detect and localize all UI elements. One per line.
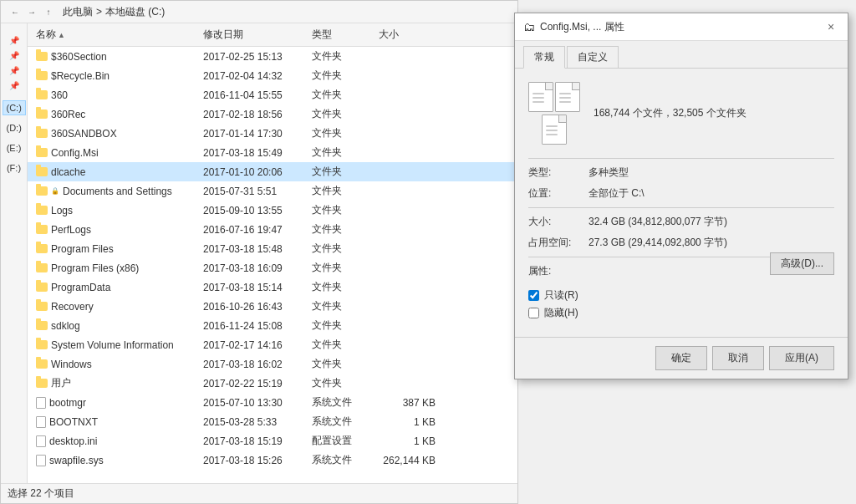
drive-d[interactable]: (D:) bbox=[3, 120, 26, 135]
status-bar: 选择 22 个项目 bbox=[1, 483, 517, 503]
file-name-cell: 🔒Documents and Settings bbox=[31, 184, 198, 199]
sort-arrow: ▲ bbox=[58, 31, 65, 39]
folder-icon bbox=[36, 244, 48, 253]
apply-button[interactable]: 应用(A) bbox=[769, 346, 834, 370]
file-type-cell: 文件夹 bbox=[307, 125, 374, 142]
table-row[interactable]: Config.Msi2017-03-18 15:49文件夹 bbox=[28, 143, 517, 162]
forward-button[interactable]: → bbox=[24, 4, 39, 19]
table-row[interactable]: swapfile.sys2017-03-18 15:26系统文件262,144 … bbox=[28, 451, 517, 470]
main-content: 📌 📌 📌 📌 (C:) (D:) (E:) (F:) 名称 ▲ 修改日期 bbox=[1, 23, 517, 483]
pin-btn-4[interactable]: 📌 bbox=[8, 79, 21, 92]
file-size-cell bbox=[374, 247, 441, 251]
file-name-text: Config.Msi bbox=[51, 147, 99, 159]
prop-size-label: 大小: bbox=[528, 215, 588, 229]
attr-hidden-row: 隐藏(H) bbox=[528, 306, 834, 320]
hidden-checkbox[interactable] bbox=[528, 308, 539, 318]
table-row[interactable]: dlcache2017-01-10 20:06文件夹 bbox=[28, 162, 517, 181]
ok-button[interactable]: 确定 bbox=[655, 346, 707, 370]
table-row[interactable]: desktop.ini2017-03-18 15:19配置设置1 KB bbox=[28, 431, 517, 451]
table-row[interactable]: Program Files2017-03-18 15:48文件夹 bbox=[28, 239, 517, 258]
folder-icon bbox=[36, 167, 48, 176]
file-size-cell bbox=[374, 209, 441, 212]
col-header-type[interactable]: 类型 bbox=[307, 25, 374, 44]
cancel-button[interactable]: 取消 bbox=[712, 346, 764, 370]
breadcrumb: 此电脑 > 本地磁盘 (C:) bbox=[63, 5, 165, 19]
table-row[interactable]: 🔒Documents and Settings2015-07-31 5:51文件… bbox=[28, 181, 517, 201]
table-row[interactable]: ProgramData2017-03-18 15:14文件夹 bbox=[28, 277, 517, 297]
file-date-cell: 2016-11-04 15:55 bbox=[198, 88, 307, 103]
folder-icon bbox=[36, 71, 48, 80]
hidden-label[interactable]: 隐藏(H) bbox=[544, 306, 578, 320]
pin-btn-2[interactable]: 📌 bbox=[8, 48, 21, 62]
table-row[interactable]: 用户2017-02-22 15:19文件夹 bbox=[28, 374, 517, 393]
file-name-cell: Windows bbox=[31, 357, 198, 372]
separator-1 bbox=[528, 158, 834, 159]
file-size-cell bbox=[374, 305, 441, 308]
table-row[interactable]: $360Section2017-02-25 15:13文件夹 bbox=[28, 47, 517, 66]
file-type-cell: 文件夹 bbox=[307, 278, 374, 296]
file-name-cell: Recovery bbox=[31, 299, 198, 314]
table-row[interactable]: BOOTNXT2015-03-28 5:33系统文件1 KB bbox=[28, 412, 517, 431]
table-row[interactable]: 360Rec2017-02-18 18:56文件夹 bbox=[28, 104, 517, 124]
file-name-cell: PerfLogs bbox=[31, 222, 198, 237]
table-row[interactable]: Recovery2016-10-26 16:43文件夹 bbox=[28, 297, 517, 316]
pin-btn-1[interactable]: 📌 bbox=[8, 33, 21, 47]
prop-type: 类型: 多种类型 bbox=[528, 165, 834, 180]
back-button[interactable]: ← bbox=[8, 4, 23, 19]
file-size-cell bbox=[374, 344, 441, 347]
file-date-cell: 2017-03-18 15:26 bbox=[198, 453, 307, 468]
drive-e[interactable]: (E:) bbox=[3, 140, 26, 155]
col-header-name[interactable]: 名称 ▲ bbox=[31, 25, 198, 44]
table-row[interactable]: 3602016-11-04 15:55文件夹 bbox=[28, 85, 517, 104]
table-row[interactable]: Program Files (x86)2017-03-18 16:09文件夹 bbox=[28, 258, 517, 277]
drive-c[interactable]: (C:) bbox=[3, 100, 26, 115]
file-type-cell: 文件夹 bbox=[307, 86, 374, 104]
table-row[interactable]: Windows2017-03-18 16:02文件夹 bbox=[28, 354, 517, 374]
dialog-tabs: 常规 自定义 bbox=[515, 41, 848, 69]
breadcrumb-drive[interactable]: 本地磁盘 (C:) bbox=[105, 5, 165, 19]
file-list-area: 名称 ▲ 修改日期 类型 大小 $360Section2017-02-25 15… bbox=[28, 23, 517, 483]
left-panel: 📌 📌 📌 📌 (C:) (D:) (E:) (F:) bbox=[1, 23, 28, 483]
file-name-text: Documents and Settings bbox=[63, 186, 172, 197]
table-row[interactable]: Logs2015-09-10 13:55文件夹 bbox=[28, 201, 517, 220]
prop-disksize-label: 占用空间: bbox=[528, 236, 588, 250]
file-type-cell: 文件夹 bbox=[307, 182, 374, 200]
prop-location: 位置: 全部位于 C:\ bbox=[528, 186, 834, 201]
doc-icon-2 bbox=[555, 82, 580, 112]
folder-icon bbox=[36, 129, 48, 138]
pin-btn-3[interactable]: 📌 bbox=[8, 64, 21, 77]
file-size-cell bbox=[374, 267, 441, 270]
table-row[interactable]: PerfLogs2016-07-16 19:47文件夹 bbox=[28, 220, 517, 239]
dialog-close-button[interactable]: × bbox=[823, 18, 839, 35]
prop-location-label: 位置: bbox=[528, 186, 588, 201]
table-row[interactable]: $Recycle.Bin2017-02-04 14:32文件夹 bbox=[28, 66, 517, 85]
file-name-text: Windows bbox=[51, 359, 92, 370]
up-button[interactable]: ↑ bbox=[41, 4, 56, 19]
col-header-size[interactable]: 大小 bbox=[374, 25, 441, 44]
tab-general[interactable]: 常规 bbox=[523, 46, 565, 69]
prop-location-value: 全部位于 C:\ bbox=[588, 186, 645, 201]
tab-custom[interactable]: 自定义 bbox=[567, 46, 619, 68]
readonly-label[interactable]: 只读(R) bbox=[544, 288, 578, 303]
file-type-cell: 文件夹 bbox=[307, 201, 374, 219]
file-name-text: Recovery bbox=[51, 301, 94, 313]
prop-size-value: 32.4 GB (34,812,800,077 字节) bbox=[588, 215, 727, 229]
file-date-cell: 2017-02-04 14:32 bbox=[198, 69, 307, 84]
file-icon bbox=[36, 416, 46, 428]
file-type-cell: 文件夹 bbox=[307, 298, 374, 315]
file-date-cell: 2015-09-10 13:55 bbox=[198, 203, 307, 218]
table-row[interactable]: 360SANDBOX2017-01-14 17:30文件夹 bbox=[28, 124, 517, 143]
table-row[interactable]: System Volume Information2017-02-17 14:1… bbox=[28, 335, 517, 354]
readonly-checkbox[interactable] bbox=[528, 290, 539, 301]
breadcrumb-pc[interactable]: 此电脑 bbox=[63, 5, 93, 19]
drive-f[interactable]: (F:) bbox=[3, 160, 26, 176]
folder-icon bbox=[36, 109, 48, 119]
dialog-title-text: Config.Msi, ... 属性 bbox=[540, 20, 624, 34]
table-row[interactable]: bootmgr2015-07-10 13:30系统文件387 KB bbox=[28, 393, 517, 412]
col-header-date[interactable]: 修改日期 bbox=[198, 25, 307, 44]
prop-disksize: 占用空间: 27.3 GB (29,414,092,800 字节) bbox=[528, 236, 834, 250]
table-row[interactable]: sdklog2016-11-24 15:08文件夹 bbox=[28, 316, 517, 335]
advanced-button[interactable]: 高级(D)... bbox=[770, 252, 834, 275]
file-name-cell: 360SANDBOX bbox=[31, 126, 198, 141]
file-icon bbox=[36, 397, 46, 409]
